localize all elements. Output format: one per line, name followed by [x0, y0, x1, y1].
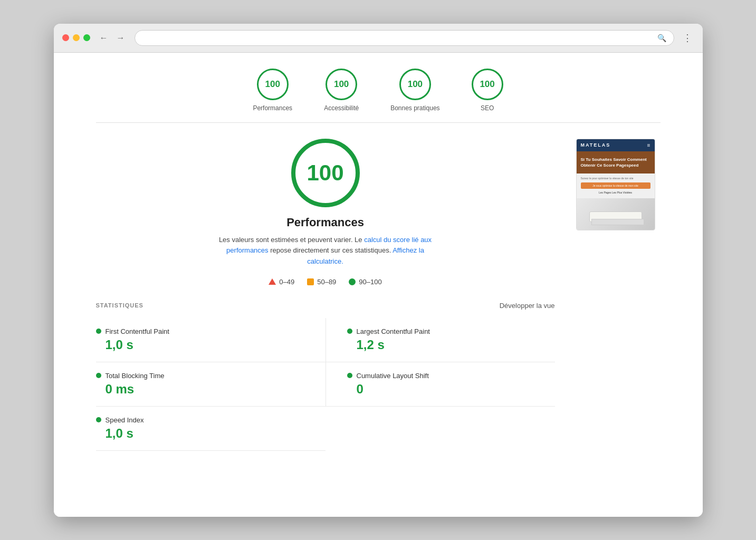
forward-button[interactable]: →	[113, 32, 128, 44]
stat-name-si: Speed Index	[106, 416, 144, 424]
maximize-button[interactable]	[83, 34, 90, 41]
stat-name-tbt: Total Blocking Time	[106, 372, 165, 380]
legend-row: 0–49 50–89 90–100	[269, 278, 381, 286]
triangle-icon	[269, 278, 276, 285]
legend-item-green: 90–100	[349, 278, 381, 286]
score-circle-bonnes-pratiques: 100	[399, 69, 431, 100]
stat-dot-cls	[347, 373, 352, 378]
stat-value-fcp: 1,0 s	[96, 338, 304, 352]
stat-name-lcp: Largest Contentful Paint	[357, 327, 430, 335]
stat-grid: First Contentful Paint 1,0 s Largest Con…	[96, 318, 555, 451]
browser-menu-icon[interactable]: ⋮	[681, 32, 694, 44]
minimize-button[interactable]	[73, 34, 80, 41]
preview-screenshot: MATELAS ≡ Si Tu Souhaites Savoir Comment…	[576, 139, 655, 230]
stat-item-cls: Cumulative Layout Shift 0	[326, 362, 555, 407]
statistics-title: STATISTIQUES	[96, 302, 143, 308]
score-circle-accessibilite: 100	[326, 69, 357, 100]
perf-title: Performances	[286, 216, 364, 229]
traffic-lights	[62, 34, 90, 41]
stat-dot-si	[96, 417, 101, 422]
browser-chrome: ← → 🔍 ⋮	[54, 24, 703, 53]
expand-view-link[interactable]: Développer la vue	[500, 302, 555, 310]
score-item-seo: 100 SEO	[472, 69, 503, 112]
browser-content: 100 Performances 100 Accessibilité 100 B…	[54, 53, 703, 517]
stat-item-tbt: Total Blocking Time 0 ms	[96, 362, 326, 407]
stat-dot-fcp	[96, 329, 101, 334]
stat-name-fcp: First Contentful Paint	[106, 327, 169, 335]
url-input[interactable]	[142, 34, 657, 42]
preview-body-text: Suivez le pour optimiser la vitesse de t…	[581, 177, 650, 180]
score-circle-performances: 100	[257, 69, 289, 100]
score-item-performances: 100 Performances	[253, 69, 292, 112]
stat-item-lcp: Largest Contentful Paint 1,2 s	[326, 318, 555, 362]
search-icon[interactable]: 🔍	[657, 34, 666, 42]
nav-buttons: ← →	[97, 32, 128, 44]
score-item-accessibilite: 100 Accessibilité	[324, 69, 359, 112]
main-content: 100 Performances Les valeurs sont estimé…	[96, 139, 661, 451]
address-bar[interactable]: 🔍	[135, 30, 674, 46]
preview-cta: Je vous optimise la vitesse de mon site	[581, 182, 650, 189]
circle-icon	[349, 278, 356, 285]
stat-value-lcp: 1,2 s	[347, 338, 555, 352]
score-label-performances: Performances	[253, 104, 292, 112]
preview-section-title: Les Pages Les Plus Visitées	[581, 191, 650, 194]
square-icon	[307, 278, 314, 285]
preview-hero: Si Tu Souhaites Savoir Comment Obtenir C…	[577, 151, 655, 173]
score-label-seo: SEO	[481, 104, 494, 112]
browser-window: ← → 🔍 ⋮ 100 Performances 100 Accessibili…	[54, 24, 703, 517]
perf-description: Les valeurs sont estimées et peuvent var…	[215, 235, 436, 267]
score-circle-seo: 100	[472, 69, 503, 100]
score-circle-big: 100	[291, 139, 360, 207]
preview-mattress-image	[577, 198, 655, 230]
legend-item-orange: 50–89	[307, 278, 336, 286]
stat-item-si: Speed Index 1,0 s	[96, 407, 326, 451]
stat-value-si: 1,0 s	[96, 426, 304, 441]
scores-row: 100 Performances 100 Accessibilité 100 B…	[96, 69, 661, 112]
preview-hero-text: Si Tu Souhaites Savoir Comment Obtenir C…	[581, 157, 650, 168]
close-button[interactable]	[62, 34, 69, 41]
section-divider	[96, 122, 661, 123]
score-label-bonnes-pratiques: Bonnes pratiques	[390, 104, 439, 112]
stat-item-fcp: First Contentful Paint 1,0 s	[96, 318, 326, 362]
legend-item-red: 0–49	[269, 278, 294, 286]
preview-body: Suivez le pour optimiser la vitesse de t…	[577, 173, 655, 198]
left-panel: 100 Performances Les valeurs sont estimé…	[96, 139, 555, 451]
preview-menu-icon: ≡	[647, 142, 650, 148]
score-label-accessibilite: Accessibilité	[324, 104, 359, 112]
statistics-section: STATISTIQUES Développer la vue First Con…	[96, 302, 555, 451]
stat-dot-lcp	[347, 329, 352, 334]
back-button[interactable]: ←	[97, 32, 111, 44]
mattress-visual	[584, 201, 647, 227]
preview-top-bar: MATELAS ≡	[577, 139, 655, 151]
score-item-bonnes-pratiques: 100 Bonnes pratiques	[390, 69, 439, 112]
stat-dot-tbt	[96, 373, 101, 378]
right-panel: MATELAS ≡ Si Tu Souhaites Savoir Comment…	[576, 139, 661, 451]
mattress-side-layer	[591, 219, 644, 225]
statistics-header: STATISTIQUES Développer la vue	[96, 302, 555, 310]
big-score-container: 100 Performances Les valeurs sont estimé…	[96, 139, 555, 286]
stat-name-cls: Cumulative Layout Shift	[357, 372, 429, 380]
stat-value-cls: 0	[347, 382, 555, 397]
stat-value-tbt: 0 ms	[96, 382, 304, 397]
preview-logo: MATELAS	[581, 142, 611, 148]
